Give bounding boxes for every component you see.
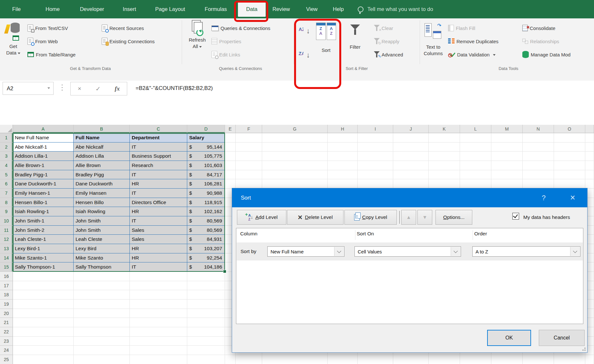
row-header-7[interactable]: 7 xyxy=(0,189,13,198)
cell-K2[interactable] xyxy=(429,143,460,152)
cell-A6[interactable]: Dane Duckworth-1 xyxy=(13,179,74,189)
cell-C4[interactable]: Research xyxy=(130,161,187,170)
cell-A14[interactable]: Mike Szanto-1 xyxy=(13,253,74,263)
row-header-24[interactable]: 24 xyxy=(0,346,13,355)
cell-P1[interactable] xyxy=(585,133,594,143)
reapply-filter-button[interactable]: ↻ Reapply xyxy=(374,37,399,46)
cell-A8[interactable]: Hensen Billo-1 xyxy=(13,198,74,207)
cell-A18[interactable] xyxy=(13,290,74,300)
cell-A9[interactable]: Isiah Rowling-1 xyxy=(13,207,74,216)
cell-D7[interactable]: $90,988 xyxy=(187,189,225,198)
cell-D23[interactable] xyxy=(187,337,225,346)
sort-a-to-z-button[interactable]: AZ xyxy=(298,25,311,40)
menu-tab-page-layout[interactable]: Page Layout xyxy=(149,0,191,18)
name-box-dropdown-icon[interactable] xyxy=(47,87,50,90)
cell-A4[interactable]: Allie Brown-1 xyxy=(13,161,74,170)
cell-B18[interactable] xyxy=(74,290,130,300)
cell-E1[interactable] xyxy=(225,133,236,143)
cell-B10[interactable]: John Smith xyxy=(74,216,130,226)
cell-C7[interactable]: IT xyxy=(130,189,187,198)
cell-D24[interactable] xyxy=(187,346,225,355)
chevron-down-icon[interactable] xyxy=(334,247,344,256)
cell-A19[interactable] xyxy=(13,300,74,309)
cell-N6[interactable] xyxy=(523,179,554,189)
cell-G6[interactable] xyxy=(262,179,328,189)
refresh-all-button[interactable]: Refresh All xyxy=(186,20,209,64)
column-header-K[interactable]: K xyxy=(429,125,460,133)
cell-B24[interactable] xyxy=(74,346,130,355)
options-button[interactable]: Options... xyxy=(435,210,472,225)
cell-G5[interactable] xyxy=(262,170,328,180)
row-header-23[interactable]: 23 xyxy=(0,337,13,346)
cell-A13[interactable]: Lexy Bird-1 xyxy=(13,244,74,253)
cell-L25[interactable] xyxy=(460,355,491,364)
cell-N5[interactable] xyxy=(523,170,554,180)
row-header-17[interactable]: 17 xyxy=(0,281,13,290)
cell-B25[interactable] xyxy=(74,355,130,364)
cell-B19[interactable] xyxy=(74,300,130,309)
cell-D13[interactable]: $103,207 xyxy=(187,244,225,253)
cell-H1[interactable] xyxy=(328,133,358,143)
cell-F2[interactable] xyxy=(236,143,262,152)
cell-C17[interactable] xyxy=(130,281,187,290)
menu-tab-review[interactable]: Review xyxy=(269,0,293,18)
cell-E3[interactable] xyxy=(225,152,236,161)
cell-G4[interactable] xyxy=(262,161,328,170)
cell-A23[interactable] xyxy=(13,337,74,346)
cell-B15[interactable]: Sally Thompson xyxy=(74,262,130,272)
cell-C16[interactable] xyxy=(130,272,187,281)
cell-C6[interactable]: HR xyxy=(130,179,187,189)
cell-N25[interactable] xyxy=(523,355,554,364)
column-header-G[interactable]: G xyxy=(262,125,328,133)
relationships-button[interactable]: Relationships xyxy=(522,37,559,46)
sort-column-dropdown[interactable]: New Full Name xyxy=(267,246,344,257)
sort-order-dropdown[interactable]: A to Z xyxy=(472,246,580,257)
column-header-M[interactable]: M xyxy=(491,125,523,133)
get-data-button[interactable]: Get Data xyxy=(3,20,23,64)
cell-C21[interactable] xyxy=(130,318,187,327)
cell-A25[interactable] xyxy=(13,355,74,364)
row-header-16[interactable]: 16 xyxy=(0,272,13,281)
cell-B7[interactable]: Emily Hansen xyxy=(74,189,130,198)
flash-fill-button[interactable]: Flash Fill xyxy=(448,24,475,33)
cell-C2[interactable]: IT xyxy=(130,143,187,152)
manage-data-model-button[interactable]: Manage Data Mod xyxy=(522,50,570,59)
select-all-corner[interactable] xyxy=(0,125,13,133)
formula-input[interactable]: =B2&"-"&COUNTIF(B$2:B2,B2) xyxy=(136,82,213,95)
text-to-columns-button[interactable]: ↷ Text to Columns xyxy=(421,20,446,64)
cell-B12[interactable]: Leah Cleste xyxy=(74,235,130,244)
delete-level-button[interactable]: × Delete Level xyxy=(287,210,343,225)
cell-C3[interactable]: Business Support xyxy=(130,152,187,161)
cell-O5[interactable] xyxy=(554,170,585,180)
cell-A20[interactable] xyxy=(13,309,74,318)
cell-B9[interactable]: Isiah Rowling xyxy=(74,207,130,216)
data-validation-button[interactable]: Data Validation xyxy=(448,50,496,59)
cell-D21[interactable] xyxy=(187,318,225,327)
cell-D6[interactable]: $106,281 xyxy=(187,179,225,189)
cell-B20[interactable] xyxy=(74,309,130,318)
column-header-F[interactable]: F xyxy=(236,125,262,133)
from-text-csv-button[interactable]: From Text/CSV xyxy=(27,24,68,33)
row-header-22[interactable]: 22 xyxy=(0,327,13,337)
cell-A10[interactable]: John Smith-1 xyxy=(13,216,74,226)
menu-tab-insert[interactable]: Insert xyxy=(120,0,139,18)
cell-C24[interactable] xyxy=(130,346,187,355)
cell-M2[interactable] xyxy=(491,143,523,152)
cell-O2[interactable] xyxy=(554,143,585,152)
cell-A24[interactable] xyxy=(13,346,74,355)
cell-H6[interactable] xyxy=(328,179,358,189)
name-box[interactable]: A2 xyxy=(3,82,54,95)
cell-F25[interactable] xyxy=(236,355,262,364)
row-header-15[interactable]: 15 xyxy=(0,262,13,272)
cell-D11[interactable]: $80,569 xyxy=(187,226,225,235)
row-header-5[interactable]: 5 xyxy=(0,170,13,180)
cell-E6[interactable] xyxy=(225,179,236,189)
cell-D4[interactable]: $101,603 xyxy=(187,161,225,170)
cell-D25[interactable] xyxy=(187,355,225,364)
row-header-12[interactable]: 12 xyxy=(0,235,13,244)
cell-L6[interactable] xyxy=(460,179,491,189)
existing-connections-button[interactable]: Existing Connections xyxy=(102,37,155,46)
cell-C10[interactable]: IT xyxy=(130,216,187,226)
column-header-H[interactable]: H xyxy=(328,125,358,133)
menu-tab-formulas[interactable]: Formulas xyxy=(200,0,232,18)
